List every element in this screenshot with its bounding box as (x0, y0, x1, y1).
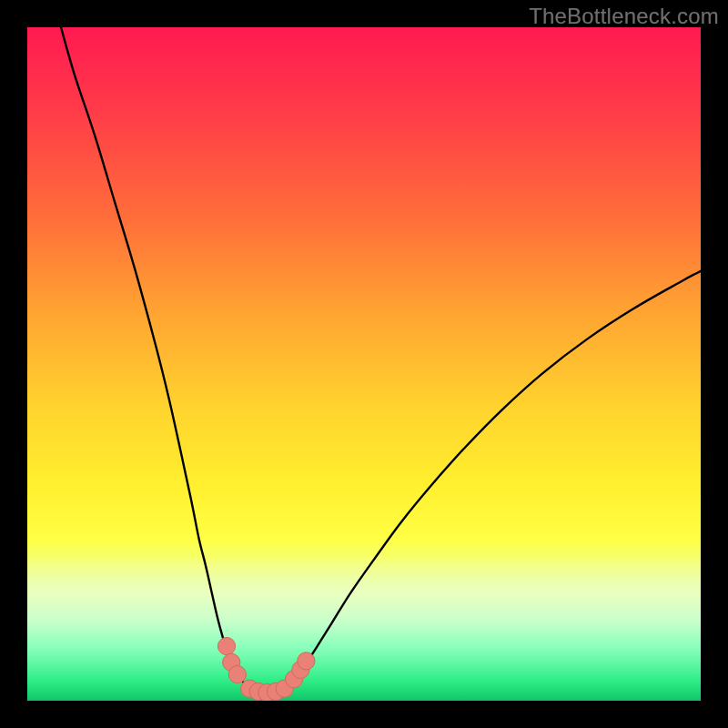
curve-right-branch (296, 271, 701, 678)
curve-left-branch (61, 27, 239, 678)
chart-svg (27, 27, 701, 701)
marker-dot (228, 666, 246, 683)
chart-frame: TheBottleneck.com (0, 0, 728, 728)
watermark-text: TheBottleneck.com (529, 4, 719, 29)
marker-group (217, 637, 315, 701)
chart-plot-area (27, 27, 701, 701)
marker-dot (298, 652, 315, 670)
marker-dot (217, 637, 235, 654)
